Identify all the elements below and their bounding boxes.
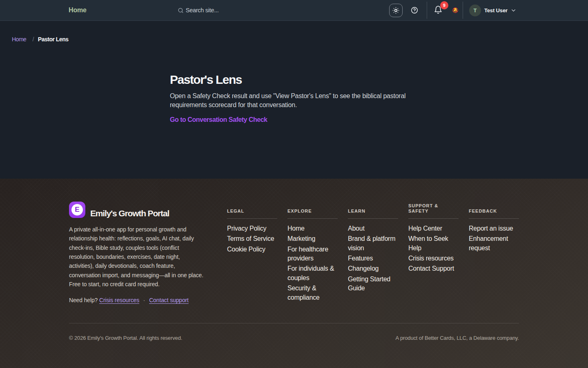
theme-toggle-button[interactable] [389, 4, 403, 17]
help-button[interactable] [410, 5, 419, 15]
footer-column-feedback: FEEDBACK Report an issueEnhancement requ… [469, 202, 519, 305]
brand-logo: E [69, 202, 85, 218]
brand-name: Emily's Growth Portal [90, 209, 169, 218]
footer-link-item: Features [348, 254, 398, 263]
footer-bottom-rule [69, 323, 519, 323]
help-icon [410, 6, 419, 14]
footer-link[interactable]: Help Center [408, 225, 442, 232]
footer-column-support-safety: SUPPORT & SAFETY Help CenterWhen to Seek… [408, 202, 459, 305]
footer-link-item: When to Seek Help [408, 234, 459, 253]
footer-link[interactable]: Enhancement request [469, 235, 508, 251]
contact-support-link[interactable]: Contact support [149, 297, 189, 303]
footer-link-item: For individuals & couples [287, 264, 338, 283]
main-content: Home / Pastor Lens Pastor's Lens Open a … [0, 21, 588, 179]
notifications-button[interactable]: 9 [433, 5, 443, 15]
footer-column-rule [287, 218, 338, 219]
footer-column-heading: EXPLORE [287, 203, 338, 214]
need-help-label: Need help? [69, 297, 98, 303]
footer-link-item: Brand & platform vision [348, 234, 398, 253]
footer-link[interactable]: When to Seek Help [408, 235, 448, 251]
theme-sun-icon [392, 7, 400, 14]
footer-column-rule [408, 218, 459, 219]
footer-link[interactable]: Home [287, 225, 305, 232]
footer-link[interactable]: Getting Started Guide [348, 276, 390, 292]
footer-link[interactable]: Terms of Service [227, 235, 274, 242]
go-to-safety-check-link[interactable]: Go to Conversation Safety Check [170, 115, 267, 124]
search-placeholder: Search site... [186, 7, 219, 13]
page-content: Pastor's Lens Open a Safety Check result… [170, 72, 418, 124]
footer-column-rule [227, 218, 277, 219]
help-links-separator: · [143, 297, 145, 303]
footer-column-heading: LEGAL [227, 203, 277, 214]
footer-column-heading: SUPPORT & SAFETY [408, 203, 459, 214]
brand-logo-initial: E [71, 204, 83, 215]
footer-column-links: AboutBrand & platform visionFeaturesChan… [348, 224, 398, 293]
chevron-down-icon [511, 8, 516, 13]
bell-muted-icon [452, 7, 458, 13]
footer-column-links: Help CenterWhen to Seek HelpCrisis resou… [408, 224, 459, 274]
footer-link-item: Terms of Service [227, 234, 277, 243]
footer-link-item: Report an issue [469, 224, 519, 233]
footer-link-item: Home [287, 224, 338, 233]
footer-link-item: Getting Started Guide [348, 275, 398, 293]
footer-column-heading: FEEDBACK [469, 203, 519, 214]
footer-link-item: For healthcare providers [287, 245, 338, 263]
page-description: Open a Safety Check result and use "View… [170, 92, 418, 110]
crisis-resources-link[interactable]: Crisis resources [99, 297, 139, 303]
search-icon [178, 7, 184, 13]
footer-link-item: Privacy Policy [227, 224, 277, 233]
footer-column-explore: EXPLORE HomeMarketingFor healthcare prov… [287, 202, 338, 305]
footer-link[interactable]: Report an issue [469, 225, 513, 232]
footer-link-item: Changelog [348, 264, 398, 273]
copyright-text: © 2026 Emily's Growth Portal. All rights… [69, 334, 182, 342]
avatar: T [469, 4, 481, 16]
footer-link[interactable]: For individuals & couples [287, 265, 334, 281]
footer-link[interactable]: Contact Support [408, 265, 454, 272]
footer-link-item: Help Center [408, 224, 459, 233]
site-footer: E Emily's Growth Portal A private all-in… [0, 179, 588, 368]
footer-column-rule [469, 218, 519, 219]
product-note: A product of Better Cards, LLC, a Delawa… [396, 334, 519, 342]
breadcrumb-home-link[interactable]: Home [12, 35, 26, 43]
footer-column-links: HomeMarketingFor healthcare providersFor… [287, 224, 338, 302]
footer-link[interactable]: Marketing [287, 235, 315, 242]
nav-home-link[interactable]: Home [69, 7, 87, 14]
footer-link-item: Security & compliance [287, 284, 338, 302]
breadcrumb: Home / Pastor Lens [0, 21, 588, 43]
header-divider [463, 2, 463, 19]
header-actions: 9 T Test User [389, 0, 519, 20]
user-name: Test User [484, 7, 508, 13]
footer-brand: E Emily's Growth Portal [69, 202, 227, 218]
footer-grid: E Emily's Growth Portal A private all-in… [69, 202, 519, 305]
brand-description: A private all-in-one app for personal gr… [69, 225, 205, 289]
footer-link[interactable]: Privacy Policy [227, 225, 266, 232]
top-navigation-bar: Home Search site... [0, 0, 588, 21]
page-title: Pastor's Lens [170, 72, 418, 87]
footer-link[interactable]: Crisis resources [408, 255, 454, 262]
search-input[interactable]: Search site... [178, 7, 219, 13]
footer-column-heading: LEARN [348, 203, 398, 214]
footer-column-links: Report an issueEnhancement request [469, 224, 519, 253]
page: Home Search site... [0, 0, 588, 368]
footer-link[interactable]: Changelog [348, 265, 379, 272]
footer-link[interactable]: Features [348, 255, 373, 262]
need-help-row: Need help? Crisis resources · Contact su… [69, 296, 227, 305]
breadcrumb-current: Pastor Lens [38, 35, 69, 43]
footer-column-legal: LEGAL Privacy PolicyTerms of ServiceCook… [227, 202, 277, 305]
footer-column-rule [348, 218, 398, 219]
footer-column-links: Privacy PolicyTerms of ServiceCookie Pol… [227, 224, 277, 254]
footer-link[interactable]: Security & compliance [287, 285, 320, 301]
footer-link[interactable]: For healthcare providers [287, 246, 328, 262]
footer-link-item: Cookie Policy [227, 245, 277, 254]
header-divider [427, 2, 427, 19]
user-menu[interactable]: T Test User [469, 4, 516, 16]
footer-link[interactable]: Brand & platform vision [348, 235, 395, 251]
footer-column-learn: LEARN AboutBrand & platform visionFeatur… [348, 202, 398, 305]
breadcrumb-separator: / [32, 35, 33, 43]
footer-link[interactable]: Cookie Policy [227, 246, 265, 253]
footer-link-item: About [348, 224, 398, 233]
footer-link[interactable]: About [348, 225, 365, 232]
footer-brand-column: E Emily's Growth Portal A private all-in… [69, 202, 227, 305]
footer-bottom-bar: © 2026 Emily's Growth Portal. All rights… [69, 334, 519, 342]
footer-link-item: Contact Support [408, 264, 459, 273]
